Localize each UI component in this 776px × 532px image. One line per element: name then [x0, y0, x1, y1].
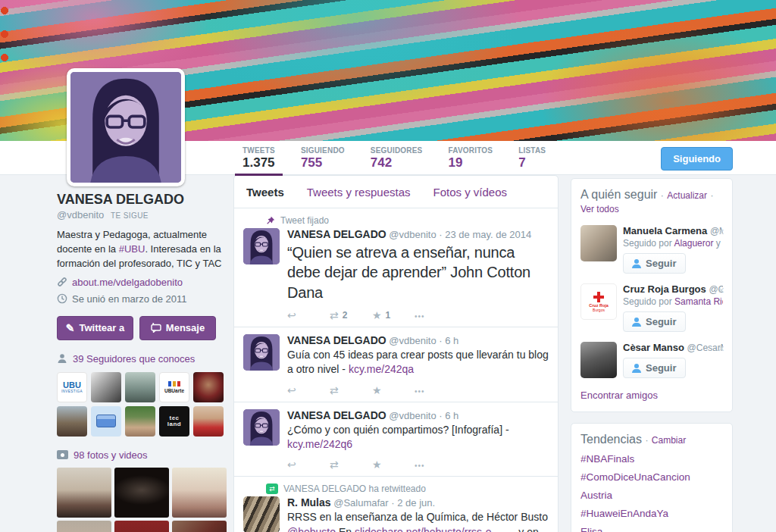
tweet-author-handle[interactable]: @vdbenito	[389, 410, 436, 421]
more-button[interactable]	[415, 458, 457, 471]
follower-avatar-photo[interactable]	[91, 372, 121, 402]
follower-avatar-photo[interactable]	[193, 406, 224, 437]
tweet-text-segment: Guía con 45 ideas para crear posts que l…	[287, 349, 549, 375]
tweet-link[interactable]: slideshare.net/hebusto/rrss-e…	[355, 526, 502, 532]
followed-by-link[interactable]: Alagueror	[674, 238, 713, 249]
dismiss-suggestion-icon[interactable]	[718, 343, 724, 355]
tweet[interactable]: VANESA DELGADO @vdbenito · 6 h ¿Cómo y c…	[234, 402, 558, 477]
follower-avatar-photo[interactable]	[125, 372, 155, 402]
refresh-link[interactable]: Actualizar	[667, 190, 707, 201]
followed-by-link[interactable]: Samanta Riose…	[674, 296, 723, 307]
stat-favorites[interactable]: FAVORITOS 19	[440, 141, 500, 175]
view-all-link[interactable]: Ver todos	[580, 204, 619, 214]
tweet-author-name[interactable]: R. Mulas	[287, 496, 331, 509]
more-button[interactable]	[415, 309, 457, 321]
photo-thumbnail[interactable]	[114, 521, 169, 532]
tweet-author-handle[interactable]: @vdbenito	[389, 229, 436, 240]
follower-avatar-photo[interactable]	[125, 406, 155, 437]
trend-link[interactable]: #NBAFinals	[580, 453, 634, 465]
stat-tweets[interactable]: TWEETS 1.375	[235, 141, 283, 175]
reply-button[interactable]	[287, 309, 330, 321]
favorite-button[interactable]: 1	[372, 309, 415, 321]
pinned-tweet[interactable]: Tweet fijado VANESA DELGADO @vdbenito · …	[234, 208, 558, 327]
retweet-button[interactable]	[330, 384, 372, 396]
stat-following[interactable]: SIGUIENDO 755	[293, 141, 352, 175]
mention-link[interactable]: @hebusto	[287, 526, 336, 532]
trend-link[interactable]: Elisa	[580, 526, 602, 532]
message-button[interactable]: Mensaje	[139, 316, 216, 340]
favorite-button[interactable]	[372, 458, 415, 471]
tab-photos-videos[interactable]: Fotos y vídeos	[433, 186, 507, 199]
reply-button[interactable]	[287, 458, 330, 471]
more-button[interactable]	[415, 384, 457, 396]
follower-avatar-ubu-investiga[interactable]: UBU INVESTIGA	[57, 372, 87, 402]
follower-avatar-photo[interactable]	[57, 406, 87, 437]
tweet-link[interactable]: kcy.me/242qa	[349, 363, 414, 375]
retweet-button[interactable]	[330, 458, 372, 471]
profile-handle[interactable]: @vdbenito	[57, 209, 104, 221]
reply-button[interactable]	[287, 384, 330, 396]
suggestion-name[interactable]: Manuela Carmena	[623, 225, 707, 236]
tab-tweets[interactable]: Tweets	[246, 186, 284, 199]
known-followers-link[interactable]: 39 Seguidores que conoces	[57, 353, 227, 365]
profile-avatar[interactable]	[67, 68, 185, 186]
tweet-avatar[interactable]	[243, 496, 280, 532]
tweet-to-button[interactable]: Twittear a	[57, 316, 133, 340]
change-trends-link[interactable]: Cambiar	[652, 435, 686, 446]
tweet-timestamp[interactable]: 23 de may. de 2014	[445, 229, 531, 240]
photo-thumbnail[interactable]	[57, 521, 111, 532]
retweeted-tweet[interactable]: VANESA DELGADO ha retwitteado R. Mulas @…	[234, 477, 558, 532]
stat-following-label: SIGUIENDO	[301, 146, 345, 155]
suggestion-avatar[interactable]: Cruz Roja Burgos	[580, 283, 617, 320]
suggestion-name[interactable]: Cèsar Manso	[623, 342, 684, 353]
stat-tweets-label: TWEETS	[242, 146, 275, 155]
follower-avatar-photo[interactable]	[193, 372, 224, 402]
follower-avatar-ubuarte[interactable]: UBUarte	[159, 372, 189, 402]
tweet-link[interactable]: kcy.me/242q6	[287, 438, 352, 450]
trend-link[interactable]: #HuaweiEnAndaYa	[580, 508, 668, 519]
dismiss-suggestion-icon[interactable]	[718, 226, 724, 238]
following-button[interactable]: Siguiendo	[661, 147, 733, 171]
tweet-avatar[interactable]	[243, 409, 280, 446]
stat-followers-label: SEGUIDORES	[371, 146, 423, 155]
stat-followers[interactable]: SEGUIDORES 742	[363, 141, 430, 175]
tweet-author-handle[interactable]: @vdbenito	[389, 335, 436, 346]
tweet-author-name[interactable]: VANESA DELGADO	[287, 409, 386, 421]
dismiss-suggestion-icon[interactable]	[718, 284, 724, 296]
tweet-author-handle[interactable]: @Salumafar	[333, 497, 388, 509]
photo-thumbnail[interactable]	[172, 521, 227, 532]
tweet-author-name[interactable]: VANESA DELGADO	[287, 228, 386, 240]
trend-link[interactable]: Austria	[580, 490, 612, 501]
follow-button[interactable]: Seguir	[623, 311, 686, 332]
photo-thumbnail[interactable]	[114, 468, 169, 518]
follower-avatar-radio[interactable]	[91, 406, 121, 437]
trend-link[interactable]: #ComoDiceUnaCancion	[580, 471, 690, 483]
stat-lists[interactable]: LISTAS 7	[511, 141, 553, 175]
retweet-button[interactable]: 2	[330, 309, 372, 321]
suggestion-avatar[interactable]	[580, 342, 617, 378]
tab-tweets-replies[interactable]: Tweets y respuestas	[307, 186, 411, 199]
follow-button[interactable]: Seguir	[623, 358, 686, 378]
tweet-timestamp[interactable]: 2 de jun.	[397, 497, 435, 509]
find-friends-link[interactable]: Encontrar amigos	[580, 390, 658, 401]
bio-hashtag-link[interactable]: #UBU	[119, 243, 146, 255]
suggestion-avatar[interactable]	[580, 225, 617, 261]
tweet[interactable]: VANESA DELGADO @vdbenito · 6 h Guía con …	[234, 327, 558, 402]
suggestion-name[interactable]: Cruz Roja Burgos	[623, 283, 706, 295]
tweet-avatar[interactable]	[243, 228, 280, 264]
favorite-button[interactable]	[372, 384, 415, 396]
tweet-timestamp[interactable]: 6 h	[445, 410, 458, 421]
photos-videos-link[interactable]: 98 fotos y videos	[57, 449, 227, 461]
profile-website-link[interactable]: about.me/vdelgadobenito	[72, 277, 183, 288]
follower-avatar-tecland[interactable]: tec land	[159, 406, 189, 437]
photo-thumbnail[interactable]	[57, 468, 111, 518]
tweet-author-name[interactable]: VANESA DELGADO	[287, 334, 386, 346]
ubu-logo-subtext: INVESTIGA	[61, 390, 83, 393]
tweet-text-segment: En	[336, 526, 355, 532]
follow-button[interactable]: Seguir	[623, 253, 686, 274]
photo-thumbnail[interactable]	[172, 468, 227, 518]
profile-name[interactable]: VANESA DELGADO	[57, 192, 227, 208]
stat-favorites-label: FAVORITOS	[448, 146, 493, 155]
tweet-timestamp[interactable]: 6 h	[445, 335, 458, 346]
tweet-avatar[interactable]	[243, 334, 280, 371]
